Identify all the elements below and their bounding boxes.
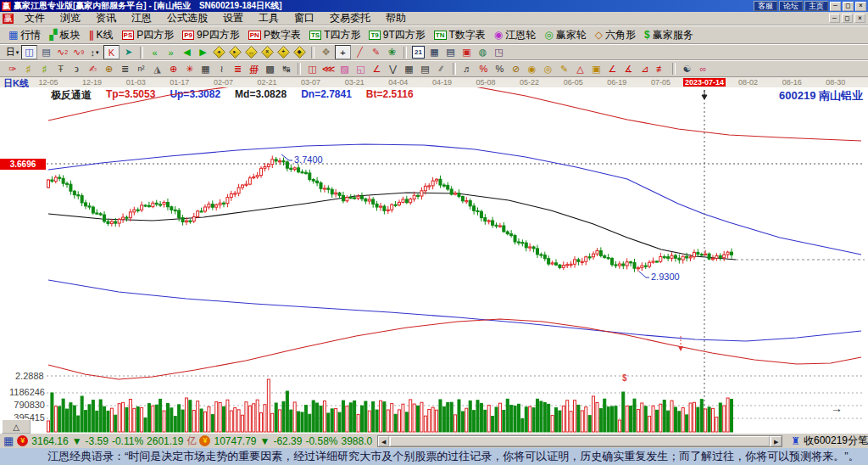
9p-square-button[interactable]: P99P四方形 [178,27,243,43]
pen-tool-icon[interactable]: ✑ [5,63,19,76]
prev-bar-icon[interactable]: ◀ [180,46,194,59]
price-ruler-icon[interactable]: ♯ [37,63,52,76]
black-grid-icon[interactable]: ▩ [263,63,277,76]
sectors-button[interactable]: ▞板块 [45,27,84,43]
span-arrows-icon[interactable]: ↹ [279,63,293,76]
matrix-table-icon[interactable]: ▤ [418,63,432,76]
wave-mark-icon[interactable]: ≀ [214,63,229,76]
compress-left-diamond-icon[interactable]: ◂ [212,46,226,59]
percent-icon[interactable]: % [492,63,507,76]
calculator-icon[interactable]: ▦ [427,46,442,59]
expand-scale-diamond-icon[interactable]: + [276,46,291,59]
p-square-button[interactable]: PSP四方形 [118,27,179,43]
grid-box-icon[interactable]: ▦ [198,63,213,76]
expand-volume-button[interactable]: △ [2,419,31,434]
home-link-button[interactable]: 主页 [804,1,828,11]
half-circle-icon[interactable]: ⊘ [509,63,523,76]
center-box-icon[interactable]: ◫ [305,63,320,76]
9t-square-button[interactable]: T99T四方形 [364,27,429,43]
child-close-button[interactable]: × [854,14,865,23]
menu-公式选股[interactable]: 公式选股 [159,11,215,25]
k-mark-icon[interactable]: K [103,45,120,59]
red-rays-icon[interactable]: ⋘ [321,63,336,76]
menu-设置[interactable]: 设置 [215,11,251,25]
gann-wheel-button[interactable]: ◉江恩轮 [490,27,540,43]
scroll-left-arrow[interactable]: ◀ [378,436,389,446]
winner-wheel-button[interactable]: ◎赢家轮 [540,27,590,43]
music-scale-icon[interactable]: ♬ [460,63,475,76]
winner-service-button[interactable]: $赢家服务 [640,27,698,43]
menu-文件[interactable]: 文件 [17,11,53,25]
save-icon[interactable]: ▣ [459,46,474,59]
reset-scale-diamond-icon[interactable]: × [260,46,275,59]
pencil-icon[interactable]: ✎ [369,46,383,59]
red-star-icon[interactable]: ✳ [182,63,197,76]
red-angle2-icon[interactable]: ∡ [621,63,636,76]
red-web-icon[interactable]: ∰ [247,63,261,76]
tick-stream-label[interactable]: 收600219分笔 [804,434,868,448]
gold-ring-icon[interactable]: ◉ [525,63,539,76]
sz-index-icon[interactable]: ¥ [199,435,210,446]
t-square-button[interactable]: TST四方形 [305,27,365,43]
menu-工具[interactable]: 工具 [251,11,287,25]
horizontal-scrollbar[interactable]: ◀ ▶ [377,435,782,447]
menu-浏览[interactable]: 浏览 [53,11,88,25]
quotes-button[interactable]: ▦行情 [4,27,45,43]
full-view-diamond-icon[interactable]: ◆ [292,46,307,59]
brush-mark-icon[interactable]: ✍ [86,63,100,76]
flag-icon[interactable]: ➤ [121,46,136,59]
pink-fan-icon[interactable]: ◱ [353,63,368,76]
tangent-2-icon[interactable]: ∿2 [55,46,70,59]
pyramid-icon[interactable]: △ [573,63,587,76]
angle-flag-icon[interactable]: ◮ [150,63,164,76]
sh-index-icon[interactable]: ¥ [17,435,28,446]
red-angle-icon[interactable]: ∠ [605,63,620,76]
slash-lines-icon[interactable]: ∕∕ [434,63,448,76]
time-ruler-icon[interactable]: Ŧ [53,63,68,76]
red-circle-cross-icon[interactable]: ⊕ [166,63,181,76]
notebook-icon[interactable]: ▤ [443,46,458,59]
forum-link-button[interactable]: 论坛 [779,1,803,11]
menu-交易委托[interactable]: 交易委托 [322,11,378,25]
gold-box-icon[interactable]: ▣ [589,63,604,76]
gold-circle-icon[interactable]: ◎ [541,63,555,76]
hook-tool-icon[interactable]: ϶ [70,63,84,76]
calendar-icon[interactable]: 21 [411,46,426,59]
t-number-table-button[interactable]: TNT数字表 [430,27,490,43]
minimize-button[interactable]: – [830,2,841,11]
knot-icon[interactable]: ❀ [385,46,399,59]
info-panel-icon[interactable]: ▤ [39,46,53,59]
period-daily-selector[interactable]: 日▾ [5,46,19,59]
scrollbar-thumb[interactable] [390,436,770,446]
infinity-icon[interactable]: ∞ [696,63,710,76]
last-bar-icon[interactable]: » [164,46,178,59]
multi-line-icon[interactable]: ≣ [118,63,132,76]
restore-button[interactable]: □ [843,2,854,11]
close-button[interactable]: × [855,2,866,11]
n-square-icon[interactable]: n² [134,63,148,76]
menu-帮助[interactable]: 帮助 [378,11,414,25]
red-triangle-icon[interactable]: ⊿ [637,63,652,76]
updown-marker-selector[interactable]: ↕▾ [87,46,102,59]
service-link-button[interactable]: 客服 [754,1,777,11]
gold-pen-icon[interactable]: ✎ [557,63,571,76]
v-wave-icon[interactable]: ⋁ [386,63,400,76]
compress-both-diamond-icon[interactable]: ↔ [244,46,259,59]
p-number-table-button[interactable]: PNP数字表 [244,27,305,43]
menu-江恩[interactable]: 江恩 [124,11,159,25]
child-minimize-button[interactable]: – [829,14,840,23]
kline-button[interactable]: ∥K线 [85,27,118,43]
pink-grid-icon[interactable]: ▨ [337,63,352,76]
tangent-9-icon[interactable]: ∿9 [71,46,86,59]
hexagon-button[interactable]: ◇六角形 [591,27,640,43]
first-bar-icon[interactable]: « [147,46,162,59]
compress-right-diamond-icon[interactable]: ▸ [228,46,242,59]
red-hash-icon[interactable]: ≣ [231,63,245,76]
menu-资讯[interactable]: 资讯 [88,11,124,25]
scroll-right-arrow[interactable]: ▶ [771,436,782,446]
sync-disk-icon[interactable]: ◍ [476,46,490,59]
market-grid-icon[interactable]: ▦ [3,434,14,447]
child-restore-button[interactable]: □ [842,14,853,23]
red-percent-icon[interactable]: % [476,63,491,76]
taiji-icon[interactable]: ☯ [680,63,694,76]
